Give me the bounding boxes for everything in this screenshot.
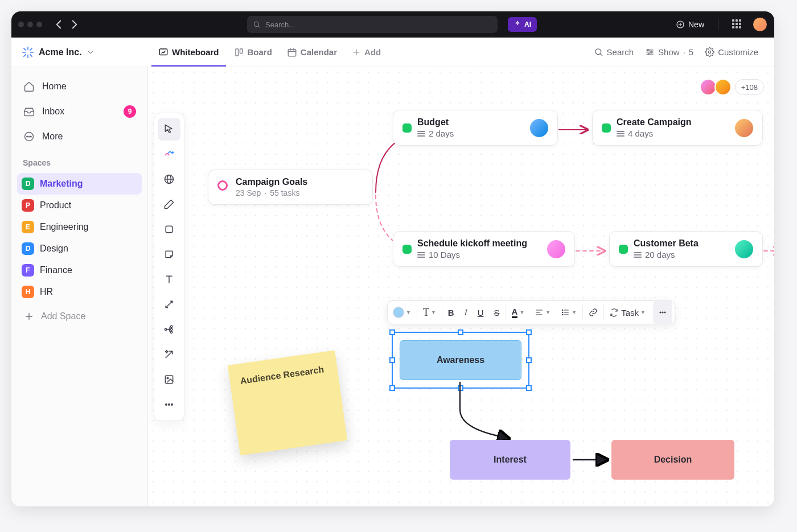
new-button[interactable]: New xyxy=(671,20,709,29)
window-traffic-lights[interactable] xyxy=(18,22,42,27)
convert-task-button[interactable]: Task▼ xyxy=(605,300,651,324)
assignee-avatar[interactable] xyxy=(735,119,753,137)
svg-rect-6 xyxy=(236,49,239,56)
space-badge-icon: D xyxy=(22,178,34,190)
task-card-budget[interactable]: Budget 2 days xyxy=(393,110,558,146)
window-titlebar: Search... AI New xyxy=(11,11,774,38)
bold-button[interactable]: B xyxy=(443,300,459,324)
goal-card[interactable]: Campaign Goals 23 Sep·55 tasks xyxy=(208,170,373,205)
svg-rect-7 xyxy=(240,49,243,53)
description-icon xyxy=(417,131,425,137)
strikethrough-button[interactable]: S xyxy=(489,300,505,324)
apps-grid-icon[interactable] xyxy=(732,19,742,30)
svg-point-59 xyxy=(662,312,663,313)
svg-point-22 xyxy=(709,51,711,53)
tool-pointer[interactable] xyxy=(158,118,180,141)
sidebar-space-marketing[interactable]: DMarketing xyxy=(17,173,142,195)
whiteboard-canvas[interactable]: +108 xyxy=(148,67,774,506)
svg-point-44 xyxy=(169,404,170,406)
show-button[interactable]: Show · 5 xyxy=(639,47,699,57)
svg-point-42 xyxy=(167,377,169,379)
svg-point-26 xyxy=(31,136,32,137)
nav-back-button[interactable] xyxy=(51,17,66,32)
svg-point-52 xyxy=(562,310,563,310)
more-icon xyxy=(658,308,667,317)
assignee-avatar[interactable] xyxy=(735,240,753,258)
link-icon xyxy=(589,308,598,317)
gear-icon xyxy=(705,47,714,57)
task-card-kickoff[interactable]: Schedule kickoff meeting 10 Days xyxy=(393,231,575,267)
sidebar-item-more[interactable]: More xyxy=(17,125,142,148)
svg-point-24 xyxy=(27,136,28,137)
status-square-icon xyxy=(402,123,412,133)
presence-stack[interactable]: +108 xyxy=(705,79,764,96)
italic-button[interactable]: I xyxy=(459,300,473,324)
sidebar-item-home[interactable]: Home xyxy=(17,75,142,98)
status-square-icon xyxy=(402,245,412,254)
tool-shape[interactable] xyxy=(158,218,180,241)
sidebar-space-engineering[interactable]: EEngineering xyxy=(17,216,142,238)
tool-web[interactable] xyxy=(158,168,180,191)
plus-icon xyxy=(23,310,35,323)
tool-magic[interactable] xyxy=(158,343,180,366)
presence-overflow[interactable]: +108 xyxy=(735,79,764,95)
sidebar-space-product[interactable]: PProduct xyxy=(17,195,142,216)
color-swatch-icon xyxy=(393,307,404,318)
align-button[interactable]: ▼ xyxy=(529,300,556,324)
tool-sticky[interactable] xyxy=(158,243,180,266)
tool-mindmap[interactable] xyxy=(158,318,180,341)
tool-text[interactable] xyxy=(158,268,180,291)
spaces-section-label: Spaces xyxy=(17,150,142,171)
search-icon xyxy=(594,47,603,57)
sidebar-space-finance[interactable]: FFinance xyxy=(17,259,142,281)
tool-image[interactable] xyxy=(158,368,180,391)
tab-calendar[interactable]: Calendar xyxy=(280,38,344,67)
flow-arrow xyxy=(572,453,612,467)
search-view-button[interactable]: Search xyxy=(588,47,640,57)
tab-board[interactable]: Board xyxy=(227,38,279,67)
sliders-icon xyxy=(645,47,655,57)
ai-button[interactable]: AI xyxy=(508,17,537,32)
user-avatar[interactable] xyxy=(753,17,767,32)
flow-box-interest[interactable]: Interest xyxy=(450,440,570,480)
task-card-customer-beta[interactable]: Customer Beta 20 days xyxy=(609,231,763,267)
add-space-button[interactable]: Add Space xyxy=(17,305,142,328)
sidebar-item-inbox[interactable]: Inbox 9 xyxy=(17,100,142,123)
flow-box-awareness[interactable]: Awareness xyxy=(400,340,521,380)
status-square-icon xyxy=(619,245,628,254)
fill-color-button[interactable]: ▼ xyxy=(388,300,416,324)
font-size-button[interactable]: T▼ xyxy=(418,300,441,324)
tab-whiteboard[interactable]: Whiteboard xyxy=(151,38,226,67)
global-search-input[interactable]: Search... xyxy=(247,16,498,33)
add-view-button[interactable]: Add xyxy=(345,38,388,67)
toolbar-more-button[interactable] xyxy=(653,300,672,324)
assignee-avatar[interactable] xyxy=(530,119,548,137)
sidebar-space-design[interactable]: DDesign xyxy=(17,238,142,259)
nav-forward-button[interactable] xyxy=(67,17,82,32)
sidebar-space-hr[interactable]: HHR xyxy=(17,281,142,303)
space-badge-icon: E xyxy=(22,221,34,233)
tool-rail xyxy=(154,113,184,421)
underline-button[interactable]: U xyxy=(473,300,489,324)
description-icon xyxy=(417,252,425,258)
tool-connector[interactable] xyxy=(158,293,180,316)
svg-point-21 xyxy=(648,53,650,55)
assignee-avatar[interactable] xyxy=(547,240,565,258)
svg-point-25 xyxy=(28,136,30,137)
link-button[interactable] xyxy=(584,300,603,324)
plus-icon xyxy=(352,48,361,57)
sticky-note[interactable]: Audience Research xyxy=(228,350,347,456)
text-color-button[interactable]: A▼ xyxy=(507,300,530,324)
goal-title: Campaign Goals xyxy=(236,177,307,187)
tool-pen[interactable] xyxy=(158,193,180,216)
customize-button[interactable]: Customize xyxy=(699,47,764,57)
task-card-create-campaign[interactable]: Create Campaign 4 days xyxy=(592,110,763,146)
presence-avatar[interactable] xyxy=(714,79,732,96)
list-button[interactable]: ▼ xyxy=(556,300,582,324)
flow-box-decision[interactable]: Decision xyxy=(611,440,734,480)
workspace-switcher[interactable]: Acme Inc. xyxy=(22,46,151,59)
tool-more[interactable] xyxy=(158,393,180,416)
sync-icon xyxy=(610,308,618,317)
connector-dashed-arrow xyxy=(575,242,609,259)
tool-ai-shapes[interactable] xyxy=(158,143,180,166)
